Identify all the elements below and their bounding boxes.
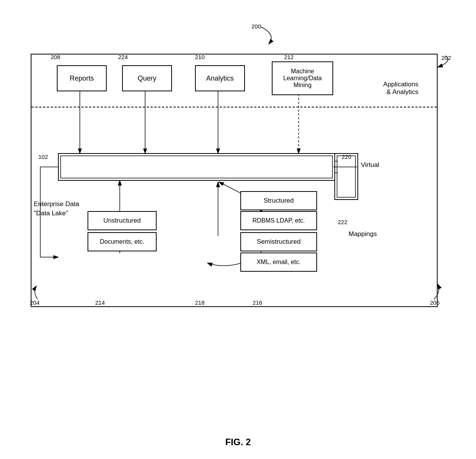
ref-212: 212 — [284, 54, 294, 60]
query-label: Query — [137, 74, 156, 83]
machine-learning-box: Machine Learning/Data Mining — [272, 61, 333, 95]
rdbms-label: RDBMS LDAP, etc. — [253, 217, 305, 224]
structured-box: Structured — [240, 191, 317, 210]
documents-box: Documents, etc. — [88, 232, 157, 251]
semistructured-label: Semistructured — [257, 238, 301, 246]
diagram-area: Reports Query Analytics Machine Learning… — [23, 23, 453, 368]
rdbms-box: RDBMS LDAP, etc. — [240, 211, 317, 230]
ref-204: 204 — [30, 299, 40, 306]
ref-214: 214 — [95, 299, 105, 306]
reports-label: Reports — [69, 74, 94, 83]
analytics-box: Analytics — [195, 65, 245, 91]
figure-caption: FIG. 2 — [225, 437, 251, 447]
dashed-separator — [31, 107, 437, 107]
ref-210: 210 — [195, 54, 205, 60]
enterprise-data-label: Enterprise Data "Data Lake" — [34, 200, 80, 218]
ref-102: 102 — [38, 154, 48, 160]
mappings-label: Mappings — [349, 230, 377, 238]
virtual-label: Virtual — [361, 161, 379, 169]
reports-box: Reports — [57, 65, 107, 91]
ref-200: 200 — [251, 23, 261, 30]
ref-222: 222 — [338, 219, 347, 225]
machine-learning-label: Machine Learning/Data Mining — [283, 68, 322, 89]
analytics-label: Analytics — [206, 74, 234, 83]
xml-email-box: XML, email, etc. — [240, 253, 317, 272]
ref-220: 220 — [342, 154, 351, 160]
xml-email-label: XML, email, etc. — [257, 259, 301, 266]
semistructured-box: Semistructured — [240, 232, 317, 251]
ref-208: 208 — [51, 54, 60, 60]
ref-202: 202 — [441, 54, 451, 61]
applications-analytics-label: Applications & Analytics — [357, 81, 418, 96]
documents-label: Documents, etc. — [100, 238, 144, 245]
ref-224: 224 — [118, 54, 128, 60]
unstructured-box: Unstructured — [88, 211, 157, 230]
query-box: Query — [122, 65, 172, 91]
ref-206: 206 — [430, 299, 440, 306]
ref-218: 218 — [195, 299, 205, 306]
structured-label: Structured — [264, 197, 294, 205]
ref-216: 216 — [253, 299, 262, 306]
unstructured-label: Unstructured — [103, 217, 140, 225]
